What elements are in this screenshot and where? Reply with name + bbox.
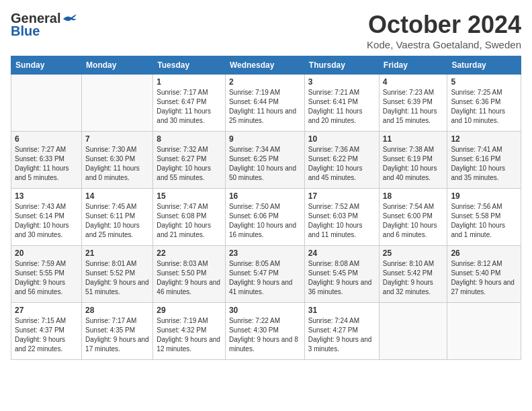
day-number: 17 (308, 191, 375, 201)
calendar-cell: 16Sunrise: 7:50 AMSunset: 6:06 PMDayligh… (225, 189, 304, 246)
day-number: 4 (383, 77, 444, 87)
day-info: Sunrise: 7:32 AMSunset: 6:27 PMDaylight:… (157, 145, 222, 183)
day-number: 11 (383, 134, 444, 144)
calendar-cell: 1Sunrise: 7:17 AMSunset: 6:47 PMDaylight… (153, 75, 226, 132)
header-monday: Monday (82, 56, 153, 75)
day-info: Sunrise: 7:56 AMSunset: 5:58 PMDaylight:… (451, 202, 517, 240)
day-info: Sunrise: 7:23 AMSunset: 6:39 PMDaylight:… (383, 88, 444, 126)
calendar-cell: 21Sunrise: 8:01 AMSunset: 5:52 PMDayligh… (82, 246, 153, 303)
day-info: Sunrise: 7:25 AMSunset: 6:36 PMDaylight:… (451, 88, 517, 126)
day-info: Sunrise: 7:36 AMSunset: 6:22 PMDaylight:… (308, 145, 375, 183)
day-info: Sunrise: 8:08 AMSunset: 5:45 PMDaylight:… (308, 259, 375, 297)
calendar-cell (82, 75, 153, 132)
day-info: Sunrise: 7:17 AMSunset: 6:47 PMDaylight:… (157, 88, 222, 126)
calendar-cell: 4Sunrise: 7:23 AMSunset: 6:39 PMDaylight… (379, 75, 447, 132)
day-number: 12 (451, 134, 517, 144)
calendar-cell: 10Sunrise: 7:36 AMSunset: 6:22 PMDayligh… (304, 132, 379, 189)
week-row-1: 1Sunrise: 7:17 AMSunset: 6:47 PMDaylight… (11, 75, 521, 132)
page-header: General Blue October 2024 Kode, Vaestra … (11, 11, 521, 50)
logo-bird-icon (62, 13, 77, 24)
day-info: Sunrise: 7:22 AMSunset: 4:30 PMDaylight:… (229, 316, 301, 354)
day-number: 20 (15, 248, 78, 258)
day-info: Sunrise: 7:43 AMSunset: 6:14 PMDaylight:… (15, 202, 78, 240)
calendar-cell: 17Sunrise: 7:52 AMSunset: 6:03 PMDayligh… (304, 189, 379, 246)
calendar-cell: 29Sunrise: 7:19 AMSunset: 4:32 PMDayligh… (153, 303, 226, 360)
calendar-cell (447, 303, 521, 360)
day-info: Sunrise: 7:15 AMSunset: 4:37 PMDaylight:… (15, 316, 78, 354)
calendar-title: October 2024 (367, 11, 521, 39)
calendar-cell: 9Sunrise: 7:34 AMSunset: 6:25 PMDaylight… (225, 132, 304, 189)
week-row-5: 27Sunrise: 7:15 AMSunset: 4:37 PMDayligh… (11, 303, 521, 360)
week-row-3: 13Sunrise: 7:43 AMSunset: 6:14 PMDayligh… (11, 189, 521, 246)
day-info: Sunrise: 7:21 AMSunset: 6:41 PMDaylight:… (308, 88, 375, 126)
day-number: 1 (157, 77, 222, 87)
calendar-cell: 15Sunrise: 7:47 AMSunset: 6:08 PMDayligh… (153, 189, 226, 246)
day-info: Sunrise: 7:54 AMSunset: 6:00 PMDaylight:… (383, 202, 444, 240)
logo-blue-text: Blue (11, 24, 40, 39)
day-number: 5 (451, 77, 517, 87)
day-info: Sunrise: 7:24 AMSunset: 4:27 PMDaylight:… (308, 316, 375, 354)
calendar-cell: 3Sunrise: 7:21 AMSunset: 6:41 PMDaylight… (304, 75, 379, 132)
day-number: 19 (451, 191, 517, 201)
calendar-cell: 7Sunrise: 7:30 AMSunset: 6:30 PMDaylight… (82, 132, 153, 189)
calendar-cell: 26Sunrise: 8:12 AMSunset: 5:40 PMDayligh… (447, 246, 521, 303)
day-info: Sunrise: 7:19 AMSunset: 4:32 PMDaylight:… (157, 316, 222, 354)
day-number: 9 (229, 134, 301, 144)
day-info: Sunrise: 7:47 AMSunset: 6:08 PMDaylight:… (157, 202, 222, 240)
day-number: 15 (157, 191, 222, 201)
day-number: 6 (15, 134, 78, 144)
day-number: 30 (229, 306, 301, 315)
header-saturday: Saturday (447, 56, 521, 75)
calendar-cell: 27Sunrise: 7:15 AMSunset: 4:37 PMDayligh… (11, 303, 82, 360)
day-info: Sunrise: 7:30 AMSunset: 6:30 PMDaylight:… (85, 145, 149, 183)
header-sunday: Sunday (11, 56, 82, 75)
day-number: 27 (15, 306, 78, 315)
title-area: October 2024 Kode, Vaestra Goetaland, Sw… (367, 11, 521, 50)
day-number: 14 (85, 191, 149, 201)
day-info: Sunrise: 8:10 AMSunset: 5:42 PMDaylight:… (383, 259, 444, 297)
header-row: SundayMondayTuesdayWednesdayThursdayFrid… (11, 56, 521, 75)
day-number: 26 (451, 248, 517, 258)
day-number: 24 (308, 248, 375, 258)
day-number: 16 (229, 191, 301, 201)
header-thursday: Thursday (304, 56, 379, 75)
calendar-cell: 28Sunrise: 7:17 AMSunset: 4:35 PMDayligh… (82, 303, 153, 360)
day-number: 28 (85, 306, 149, 315)
calendar-cell: 12Sunrise: 7:41 AMSunset: 6:16 PMDayligh… (447, 132, 521, 189)
location-subtitle: Kode, Vaestra Goetaland, Sweden (367, 39, 521, 50)
week-row-2: 6Sunrise: 7:27 AMSunset: 6:33 PMDaylight… (11, 132, 521, 189)
day-number: 21 (85, 248, 149, 258)
calendar-table: SundayMondayTuesdayWednesdayThursdayFrid… (11, 56, 521, 360)
calendar-cell (11, 75, 82, 132)
day-info: Sunrise: 8:01 AMSunset: 5:52 PMDaylight:… (85, 259, 149, 297)
week-row-4: 20Sunrise: 7:59 AMSunset: 5:55 PMDayligh… (11, 246, 521, 303)
day-number: 25 (383, 248, 444, 258)
calendar-cell: 23Sunrise: 8:05 AMSunset: 5:47 PMDayligh… (225, 246, 304, 303)
day-number: 2 (229, 77, 301, 87)
day-info: Sunrise: 7:19 AMSunset: 6:44 PMDaylight:… (229, 88, 301, 126)
day-number: 18 (383, 191, 444, 201)
day-number: 3 (308, 77, 375, 87)
day-info: Sunrise: 7:52 AMSunset: 6:03 PMDaylight:… (308, 202, 375, 240)
day-info: Sunrise: 7:38 AMSunset: 6:19 PMDaylight:… (383, 145, 444, 183)
calendar-cell: 11Sunrise: 7:38 AMSunset: 6:19 PMDayligh… (379, 132, 447, 189)
day-number: 22 (157, 248, 222, 258)
calendar-cell: 30Sunrise: 7:22 AMSunset: 4:30 PMDayligh… (225, 303, 304, 360)
day-number: 7 (85, 134, 149, 144)
calendar-cell: 18Sunrise: 7:54 AMSunset: 6:00 PMDayligh… (379, 189, 447, 246)
calendar-cell: 31Sunrise: 7:24 AMSunset: 4:27 PMDayligh… (304, 303, 379, 360)
day-number: 10 (308, 134, 375, 144)
day-info: Sunrise: 7:34 AMSunset: 6:25 PMDaylight:… (229, 145, 301, 183)
calendar-cell: 24Sunrise: 8:08 AMSunset: 5:45 PMDayligh… (304, 246, 379, 303)
calendar-cell (379, 303, 447, 360)
day-info: Sunrise: 8:12 AMSunset: 5:40 PMDaylight:… (451, 259, 517, 297)
day-number: 13 (15, 191, 78, 201)
calendar-cell: 25Sunrise: 8:10 AMSunset: 5:42 PMDayligh… (379, 246, 447, 303)
day-info: Sunrise: 7:50 AMSunset: 6:06 PMDaylight:… (229, 202, 301, 240)
day-number: 23 (229, 248, 301, 258)
day-info: Sunrise: 8:03 AMSunset: 5:50 PMDaylight:… (157, 259, 222, 297)
calendar-cell: 14Sunrise: 7:45 AMSunset: 6:11 PMDayligh… (82, 189, 153, 246)
day-info: Sunrise: 7:27 AMSunset: 6:33 PMDaylight:… (15, 145, 78, 183)
day-info: Sunrise: 7:41 AMSunset: 6:16 PMDaylight:… (451, 145, 517, 183)
day-number: 31 (308, 306, 375, 315)
